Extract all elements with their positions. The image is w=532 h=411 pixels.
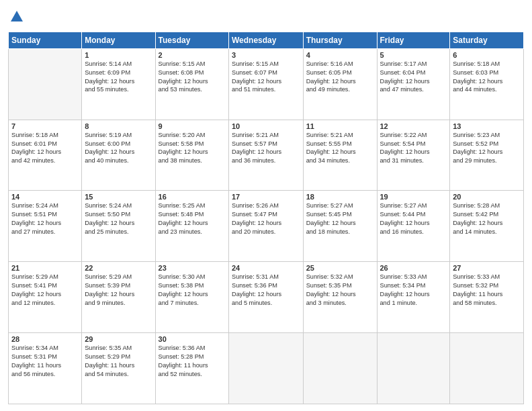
day-number: 22 (85, 264, 152, 272)
day-number: 19 (380, 193, 447, 201)
day-number: 21 (11, 264, 79, 272)
calendar-cell: 10Sunrise: 5:21 AMSunset: 5:57 PMDayligh… (229, 120, 304, 191)
day-info: Sunrise: 5:29 AMSunset: 5:39 PMDaylight:… (85, 273, 152, 308)
day-number: 7 (11, 122, 79, 130)
day-info: Sunrise: 5:31 AMSunset: 5:36 PMDaylight:… (232, 273, 300, 308)
calendar-cell: 12Sunrise: 5:22 AMSunset: 5:54 PMDayligh… (377, 120, 450, 191)
calendar-cell (229, 333, 304, 404)
day-info: Sunrise: 5:22 AMSunset: 5:54 PMDaylight:… (380, 131, 447, 166)
day-info: Sunrise: 5:25 AMSunset: 5:48 PMDaylight:… (159, 201, 226, 236)
day-info: Sunrise: 5:15 AMSunset: 6:08 PMDaylight:… (159, 60, 226, 95)
calendar-cell: 15Sunrise: 5:24 AMSunset: 5:50 PMDayligh… (82, 191, 155, 262)
logo-icon (9, 9, 24, 24)
day-info: Sunrise: 5:32 AMSunset: 5:35 PMDaylight:… (306, 273, 374, 308)
calendar-cell: 30Sunrise: 5:36 AMSunset: 5:28 PMDayligh… (155, 333, 228, 404)
day-info: Sunrise: 5:24 AMSunset: 5:50 PMDaylight:… (85, 201, 152, 236)
calendar-cell (377, 333, 450, 404)
calendar-cell: 19Sunrise: 5:27 AMSunset: 5:44 PMDayligh… (377, 191, 450, 262)
calendar-cell: 4Sunrise: 5:16 AMSunset: 6:05 PMDaylight… (303, 48, 377, 120)
day-number: 10 (232, 122, 300, 130)
calendar-cell: 13Sunrise: 5:23 AMSunset: 5:52 PMDayligh… (450, 120, 524, 191)
svg-marker-0 (11, 11, 23, 21)
calendar-cell: 29Sunrise: 5:35 AMSunset: 5:29 PMDayligh… (82, 333, 155, 404)
day-number: 4 (306, 51, 374, 59)
day-info: Sunrise: 5:29 AMSunset: 5:41 PMDaylight:… (11, 273, 79, 308)
day-number: 26 (380, 264, 447, 272)
week-row-3: 14Sunrise: 5:24 AMSunset: 5:51 PMDayligh… (9, 191, 524, 262)
day-number: 6 (453, 51, 521, 59)
day-info: Sunrise: 5:23 AMSunset: 5:52 PMDaylight:… (453, 131, 521, 166)
calendar-cell: 24Sunrise: 5:31 AMSunset: 5:36 PMDayligh… (229, 262, 304, 333)
weekday-header-thursday: Thursday (303, 32, 377, 48)
week-row-4: 21Sunrise: 5:29 AMSunset: 5:41 PMDayligh… (9, 262, 524, 333)
day-info: Sunrise: 5:14 AMSunset: 6:09 PMDaylight:… (85, 60, 152, 95)
day-number: 14 (11, 193, 79, 201)
weekday-header-tuesday: Tuesday (155, 32, 228, 48)
day-info: Sunrise: 5:16 AMSunset: 6:05 PMDaylight:… (306, 60, 374, 95)
weekday-header-monday: Monday (82, 32, 155, 48)
day-info: Sunrise: 5:15 AMSunset: 6:07 PMDaylight:… (232, 60, 300, 95)
calendar-header-row: SundayMondayTuesdayWednesdayThursdayFrid… (9, 32, 524, 48)
day-number: 27 (453, 264, 521, 272)
calendar-cell: 7Sunrise: 5:18 AMSunset: 6:01 PMDaylight… (9, 120, 82, 191)
calendar-table: SundayMondayTuesdayWednesdayThursdayFrid… (8, 32, 524, 404)
day-info: Sunrise: 5:24 AMSunset: 5:51 PMDaylight:… (11, 201, 79, 236)
day-number: 23 (159, 264, 226, 272)
weekday-header-sunday: Sunday (9, 32, 82, 48)
day-info: Sunrise: 5:18 AMSunset: 6:01 PMDaylight:… (11, 131, 79, 166)
day-number: 24 (232, 264, 300, 272)
day-info: Sunrise: 5:20 AMSunset: 5:58 PMDaylight:… (159, 131, 226, 166)
day-info: Sunrise: 5:27 AMSunset: 5:44 PMDaylight:… (380, 201, 447, 236)
calendar-cell (9, 48, 82, 120)
day-number: 16 (159, 193, 226, 201)
day-number: 25 (306, 264, 374, 272)
day-info: Sunrise: 5:18 AMSunset: 6:03 PMDaylight:… (453, 60, 521, 95)
day-number: 9 (159, 122, 226, 130)
day-info: Sunrise: 5:36 AMSunset: 5:28 PMDaylight:… (159, 344, 226, 379)
weekday-header-saturday: Saturday (450, 32, 524, 48)
calendar-cell: 1Sunrise: 5:14 AMSunset: 6:09 PMDaylight… (82, 48, 155, 120)
day-number: 12 (380, 122, 447, 130)
day-info: Sunrise: 5:35 AMSunset: 5:29 PMDaylight:… (85, 344, 152, 379)
day-info: Sunrise: 5:17 AMSunset: 6:04 PMDaylight:… (380, 60, 447, 95)
week-row-2: 7Sunrise: 5:18 AMSunset: 6:01 PMDaylight… (9, 120, 524, 191)
day-info: Sunrise: 5:28 AMSunset: 5:42 PMDaylight:… (453, 201, 521, 236)
day-number: 3 (232, 51, 300, 59)
day-number: 1 (85, 51, 152, 59)
calendar-cell: 9Sunrise: 5:20 AMSunset: 5:58 PMDaylight… (155, 120, 228, 191)
calendar-cell: 25Sunrise: 5:32 AMSunset: 5:35 PMDayligh… (303, 262, 377, 333)
calendar-cell: 8Sunrise: 5:19 AMSunset: 6:00 PMDaylight… (82, 120, 155, 191)
day-number: 29 (85, 335, 152, 343)
calendar-cell: 6Sunrise: 5:18 AMSunset: 6:03 PMDaylight… (450, 48, 524, 120)
day-number: 18 (306, 193, 374, 201)
day-info: Sunrise: 5:27 AMSunset: 5:45 PMDaylight:… (306, 201, 374, 236)
week-row-5: 28Sunrise: 5:34 AMSunset: 5:31 PMDayligh… (9, 333, 524, 404)
day-number: 5 (380, 51, 447, 59)
calendar-cell: 16Sunrise: 5:25 AMSunset: 5:48 PMDayligh… (155, 191, 228, 262)
page: SundayMondayTuesdayWednesdayThursdayFrid… (0, 0, 532, 411)
day-number: 17 (232, 193, 300, 201)
day-info: Sunrise: 5:21 AMSunset: 5:55 PMDaylight:… (306, 131, 374, 166)
day-info: Sunrise: 5:33 AMSunset: 5:32 PMDaylight:… (453, 273, 521, 308)
calendar-cell: 3Sunrise: 5:15 AMSunset: 6:07 PMDaylight… (229, 48, 304, 120)
calendar-cell: 23Sunrise: 5:30 AMSunset: 5:38 PMDayligh… (155, 262, 228, 333)
day-info: Sunrise: 5:21 AMSunset: 5:57 PMDaylight:… (232, 131, 300, 166)
calendar-cell: 20Sunrise: 5:28 AMSunset: 5:42 PMDayligh… (450, 191, 524, 262)
calendar-cell: 26Sunrise: 5:33 AMSunset: 5:34 PMDayligh… (377, 262, 450, 333)
calendar-cell: 22Sunrise: 5:29 AMSunset: 5:39 PMDayligh… (82, 262, 155, 333)
weekday-header-friday: Friday (377, 32, 450, 48)
calendar-cell: 18Sunrise: 5:27 AMSunset: 5:45 PMDayligh… (303, 191, 377, 262)
day-info: Sunrise: 5:34 AMSunset: 5:31 PMDaylight:… (11, 344, 79, 379)
calendar-cell: 28Sunrise: 5:34 AMSunset: 5:31 PMDayligh… (9, 333, 82, 404)
logo (8, 9, 24, 28)
day-number: 2 (159, 51, 226, 59)
day-number: 20 (453, 193, 521, 201)
weekday-header-wednesday: Wednesday (229, 32, 304, 48)
day-info: Sunrise: 5:19 AMSunset: 6:00 PMDaylight:… (85, 131, 152, 166)
day-info: Sunrise: 5:33 AMSunset: 5:34 PMDaylight:… (380, 273, 447, 308)
calendar-cell (303, 333, 377, 404)
calendar-cell: 21Sunrise: 5:29 AMSunset: 5:41 PMDayligh… (9, 262, 82, 333)
day-number: 11 (306, 122, 374, 130)
logo-text (8, 9, 24, 28)
day-info: Sunrise: 5:30 AMSunset: 5:38 PMDaylight:… (159, 273, 226, 308)
